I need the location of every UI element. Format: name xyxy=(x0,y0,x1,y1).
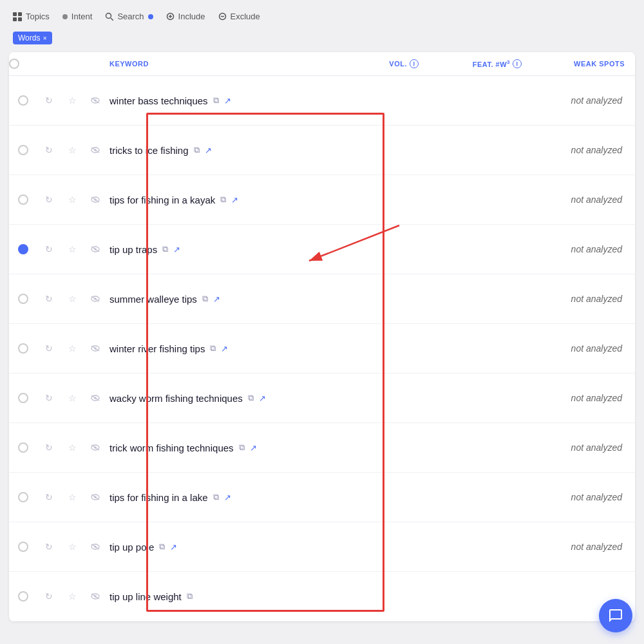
star-icon-3[interactable]: ☆ xyxy=(61,244,84,254)
table-row: ↻ ☆ tips for fishing in a lake ⧉ ↗ not a… xyxy=(9,473,635,522)
refresh-icon-4[interactable]: ↻ xyxy=(37,294,61,304)
refresh-icon-2[interactable]: ↻ xyxy=(37,194,61,205)
row-checkbox-9[interactable] xyxy=(9,542,37,552)
vol-info-icon[interactable]: i xyxy=(410,59,419,68)
icon-col-2 xyxy=(61,59,84,69)
external-link-4[interactable]: ↗ xyxy=(213,294,220,304)
refresh-icon-1[interactable]: ↻ xyxy=(37,145,61,155)
keyword-cell-2: tips for fishing in a kayak ⧉ ↗ xyxy=(107,187,345,213)
words-filter-tag[interactable]: Words × xyxy=(13,32,52,44)
star-icon-5[interactable]: ☆ xyxy=(61,343,84,354)
star-icon-9[interactable]: ☆ xyxy=(61,542,84,552)
eye-icon-3[interactable] xyxy=(84,246,107,252)
topics-filter[interactable]: Topics xyxy=(13,12,50,21)
intent-label: Intent xyxy=(71,12,93,21)
copy-icon-5[interactable]: ⧉ xyxy=(210,343,216,354)
copy-icon-0[interactable]: ⧉ xyxy=(213,95,219,106)
keyword-text-5: winter river fishing tips xyxy=(109,343,205,354)
table-row: ↻ ☆ winter bass techniques ⧉ ↗ not analy… xyxy=(9,76,635,126)
remove-words-filter[interactable]: × xyxy=(43,34,46,42)
keyword-cell-1: tricks to ice fishing ⧉ ↗ xyxy=(107,137,345,164)
row-checkbox-10[interactable] xyxy=(9,591,37,601)
eye-icon-10[interactable] xyxy=(84,593,107,600)
refresh-icon-5[interactable]: ↻ xyxy=(37,343,61,354)
feat-col-header[interactable]: FEAT. #W3 i xyxy=(429,59,532,69)
eye-icon-9[interactable] xyxy=(84,544,107,550)
checkbox-col-header xyxy=(9,59,37,69)
row-checkbox-7[interactable] xyxy=(9,442,37,453)
star-icon-4[interactable]: ☆ xyxy=(61,294,84,304)
star-icon-7[interactable]: ☆ xyxy=(61,442,84,453)
copy-icon-10[interactable]: ⧉ xyxy=(187,591,193,601)
eye-icon-7[interactable] xyxy=(84,444,107,451)
row-checkbox-0[interactable] xyxy=(9,95,37,106)
copy-icon-7[interactable]: ⧉ xyxy=(239,442,245,453)
copy-icon-3[interactable]: ⧉ xyxy=(162,244,168,254)
svg-point-4 xyxy=(106,14,111,19)
external-link-3[interactable]: ↗ xyxy=(173,245,180,254)
star-icon-0[interactable]: ☆ xyxy=(61,95,84,106)
refresh-icon-7[interactable]: ↻ xyxy=(37,442,61,453)
row-checkbox-5[interactable] xyxy=(9,343,37,354)
keyword-text-6: wacky worm fishing techniques xyxy=(109,393,243,404)
refresh-icon-10[interactable]: ↻ xyxy=(37,591,61,601)
feat-info-icon[interactable]: i xyxy=(513,59,522,68)
star-icon-1[interactable]: ☆ xyxy=(61,145,84,155)
eye-icon-2[interactable] xyxy=(84,196,107,203)
row-checkbox-3[interactable] xyxy=(9,244,37,254)
external-link-5[interactable]: ↗ xyxy=(221,344,228,354)
eye-icon-1[interactable] xyxy=(84,147,107,153)
refresh-icon-8[interactable]: ↻ xyxy=(37,492,61,502)
external-link-2[interactable]: ↗ xyxy=(231,195,238,205)
table-row: ↻ ☆ tricks to ice fishing ⧉ ↗ not analyz… xyxy=(9,126,635,175)
exclude-filter[interactable]: Exclude xyxy=(218,12,260,21)
external-link-0[interactable]: ↗ xyxy=(224,96,231,106)
star-icon-2[interactable]: ☆ xyxy=(61,194,84,205)
external-link-6[interactable]: ↗ xyxy=(259,393,266,403)
eye-icon-4[interactable] xyxy=(84,296,107,302)
table-row: ↻ ☆ tip up line weight ⧉ xyxy=(9,572,635,621)
external-link-7[interactable]: ↗ xyxy=(250,443,257,453)
external-link-9[interactable]: ↗ xyxy=(170,542,177,552)
chat-button[interactable] xyxy=(599,599,632,632)
include-filter[interactable]: Include xyxy=(166,12,205,21)
eye-icon-8[interactable] xyxy=(84,494,107,500)
row-checkbox-2[interactable] xyxy=(9,194,37,205)
keyword-cell-3: tip up traps ⧉ ↗ xyxy=(107,236,345,263)
refresh-icon-3[interactable]: ↻ xyxy=(37,244,61,254)
refresh-icon-0[interactable]: ↻ xyxy=(37,95,61,106)
external-link-8[interactable]: ↗ xyxy=(224,493,231,502)
svg-line-5 xyxy=(111,18,113,21)
copy-icon-6[interactable]: ⧉ xyxy=(248,393,254,403)
star-icon-10[interactable]: ☆ xyxy=(61,591,84,601)
weak-cell-8: not analyzed xyxy=(532,492,635,502)
svg-rect-2 xyxy=(13,17,17,21)
intent-filter[interactable]: Intent xyxy=(62,12,93,21)
copy-icon-9[interactable]: ⧉ xyxy=(159,542,165,552)
table-row: ↻ ☆ winter river fishing tips ⧉ ↗ not an… xyxy=(9,324,635,374)
weak-cell-7: not analyzed xyxy=(532,442,635,453)
table-row: ↻ ☆ tip up traps ⧉ ↗ not analyzed xyxy=(9,225,635,274)
top-bar: Topics Intent Search Include Exclude xyxy=(0,0,644,28)
keyword-cell-0: winter bass techniques ⧉ ↗ xyxy=(107,88,345,114)
row-checkbox-6[interactable] xyxy=(9,393,37,403)
copy-icon-4[interactable]: ⧉ xyxy=(202,294,208,304)
star-icon-6[interactable]: ☆ xyxy=(61,393,84,403)
vol-col-header[interactable]: VOL. i xyxy=(345,59,429,69)
external-link-1[interactable]: ↗ xyxy=(205,146,212,155)
copy-icon-2[interactable]: ⧉ xyxy=(220,194,226,205)
eye-icon-0[interactable] xyxy=(84,97,107,104)
eye-icon-5[interactable] xyxy=(84,345,107,352)
weak-cell-5: not analyzed xyxy=(532,343,635,354)
search-filter[interactable]: Search xyxy=(105,12,153,21)
select-all-checkbox[interactable] xyxy=(9,59,19,69)
refresh-icon-9[interactable]: ↻ xyxy=(37,542,61,552)
row-checkbox-1[interactable] xyxy=(9,145,37,155)
row-checkbox-4[interactable] xyxy=(9,294,37,304)
eye-icon-6[interactable] xyxy=(84,395,107,401)
refresh-icon-6[interactable]: ↻ xyxy=(37,393,61,403)
star-icon-8[interactable]: ☆ xyxy=(61,492,84,502)
row-checkbox-8[interactable] xyxy=(9,492,37,502)
copy-icon-1[interactable]: ⧉ xyxy=(194,145,200,155)
copy-icon-8[interactable]: ⧉ xyxy=(213,492,219,502)
